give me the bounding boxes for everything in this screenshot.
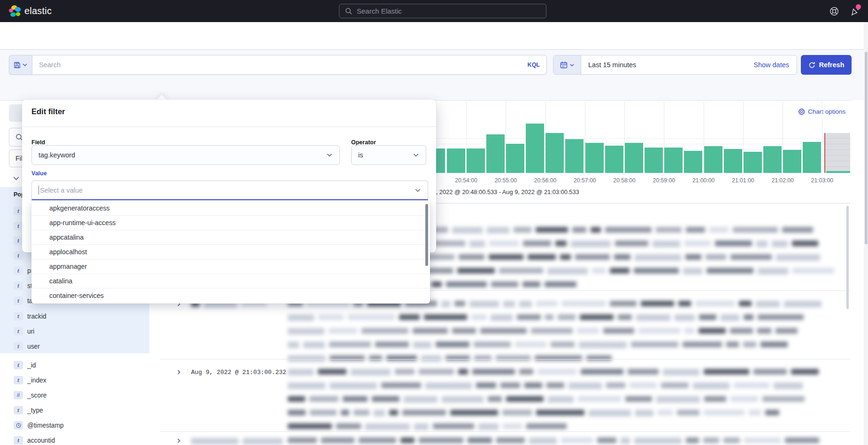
saved-query-menu-button[interactable]	[9, 55, 32, 75]
redacted-text	[730, 396, 758, 402]
sidebar-field-hidden-1[interactable]: t	[14, 222, 23, 230]
query-placeholder: Search	[39, 61, 528, 69]
expand-row-chevron-icon[interactable]	[176, 369, 182, 375]
redacted-text	[389, 410, 398, 415]
redacted-text	[288, 437, 317, 443]
value-combobox[interactable]: Select a value	[31, 180, 428, 200]
histogram-bar[interactable]	[664, 148, 683, 173]
histogram-bar[interactable]	[585, 143, 604, 173]
redacted-text	[452, 227, 482, 234]
sidebar-field-hidden-0[interactable]: t	[14, 207, 23, 215]
document-source-line	[288, 328, 845, 335]
histogram-bar[interactable]	[565, 139, 584, 173]
histogram-bar[interactable]	[625, 143, 643, 173]
histogram-bar[interactable]	[526, 124, 544, 173]
redacted-text	[703, 437, 719, 443]
redacted-text	[343, 396, 368, 402]
quick-time-menu-button[interactable]	[553, 55, 581, 74]
histogram-bar[interactable]	[467, 148, 485, 173]
operator-select-value: is	[358, 151, 413, 159]
x-axis-tick-label: 21:02:00	[771, 177, 793, 184]
sidebar-field-user[interactable]: tuser	[14, 342, 40, 351]
histogram-bar[interactable]	[783, 150, 801, 173]
value-option[interactable]: applocalhost	[31, 245, 430, 259]
sidebar-field-pr[interactable]: tpr	[14, 266, 33, 275]
time-range-value[interactable]: Last 15 minutes	[588, 61, 753, 69]
redacted-text	[721, 314, 739, 321]
global-search-input[interactable]: Search Elastic	[339, 4, 546, 18]
redacted-text	[413, 342, 431, 348]
histogram-bar[interactable]	[744, 152, 762, 173]
chevron-down-icon[interactable]	[12, 174, 20, 182]
value-option[interactable]: catalina	[31, 274, 430, 289]
expand-row-chevron-icon[interactable]	[176, 438, 182, 444]
refresh-button[interactable]: Refresh	[801, 55, 852, 75]
operator-select[interactable]: is	[351, 145, 426, 165]
global-header: elastic Search Elastic	[0, 0, 868, 22]
redacted-text	[288, 423, 332, 429]
kql-query-input[interactable]: Search KQL	[32, 55, 547, 75]
sidebar-field-accountid[interactable]: taccountid	[14, 436, 55, 445]
histogram-bar[interactable]	[506, 144, 524, 173]
redacted-text	[472, 369, 515, 375]
sidebar-field-st[interactable]: tst	[14, 281, 32, 290]
redacted-text	[404, 396, 438, 403]
sidebar-field-hidden-3[interactable]: t	[14, 251, 23, 260]
help-icon[interactable]	[829, 6, 839, 16]
query-language-badge[interactable]: KQL	[528, 62, 540, 68]
redacted-text	[536, 227, 568, 233]
histogram-bar[interactable]	[763, 146, 782, 173]
value-option[interactable]: appmanager	[31, 259, 430, 274]
chevron-down-icon	[22, 62, 28, 68]
redacted-text	[318, 369, 346, 375]
field-select[interactable]: tag.keyword	[31, 145, 340, 165]
redacted-text	[704, 369, 749, 375]
value-option[interactable]: apkgeneratoraccess	[31, 201, 430, 216]
redacted-text	[546, 383, 564, 388]
redacted-text	[635, 410, 653, 416]
sidebar-field-score[interactable]: #_score	[14, 391, 46, 399]
newsfeed-icon[interactable]	[850, 6, 860, 16]
page-scrollbar-thumb[interactable]	[865, 52, 868, 244]
histogram-bar[interactable]	[486, 134, 505, 173]
sidebar-field-index[interactable]: t_index	[14, 376, 46, 384]
show-dates-button[interactable]: Show dates	[753, 61, 789, 69]
text-field-badge: t	[14, 266, 23, 275]
sidebar-field-type[interactable]: t_type	[14, 406, 43, 414]
histogram-bar[interactable]	[704, 146, 722, 173]
sidebar-field-timestamp[interactable]: @timestamp	[14, 421, 64, 429]
documents-scrollbar-thumb[interactable]	[846, 206, 849, 309]
sidebar-field-ta[interactable]: tta	[14, 297, 33, 305]
text-cursor	[38, 186, 39, 195]
histogram-bar[interactable]	[645, 148, 663, 173]
histogram-bar[interactable]	[803, 142, 821, 173]
redacted-text	[353, 410, 369, 415]
redacted-text	[547, 268, 588, 274]
document-source-line	[288, 437, 845, 444]
redacted-text	[452, 328, 476, 334]
options-scrollbar-thumb[interactable]	[425, 204, 428, 266]
redacted-text	[442, 396, 484, 403]
histogram-bar[interactable]	[447, 148, 465, 173]
document-source-line	[288, 383, 834, 389]
redacted-text	[560, 254, 570, 260]
histogram-bar[interactable]	[724, 149, 742, 173]
redacted-text	[774, 383, 803, 389]
sidebar-field-id[interactable]: t_id	[14, 361, 36, 369]
redacted-text	[704, 410, 745, 415]
gear-icon	[798, 108, 805, 115]
text-field-badge: t	[14, 342, 23, 351]
sidebar-field-hidden-2[interactable]: t	[14, 236, 23, 245]
sidebar-field-trackid[interactable]: ttrackid	[14, 312, 46, 320]
histogram-bar[interactable]	[684, 151, 702, 173]
value-option[interactable]: appcatalina	[31, 230, 430, 245]
value-option[interactable]: app-runtime-ui-access	[31, 216, 430, 230]
redacted-text	[683, 268, 702, 274]
value-option[interactable]: container-services	[31, 289, 430, 303]
histogram-bar[interactable]	[545, 133, 564, 173]
redacted-text	[760, 342, 788, 347]
histogram-bar[interactable]	[605, 146, 623, 173]
sidebar-field-uri[interactable]: turi	[14, 327, 34, 336]
redacted-text	[551, 342, 575, 347]
field-name: @timestamp	[27, 422, 64, 429]
